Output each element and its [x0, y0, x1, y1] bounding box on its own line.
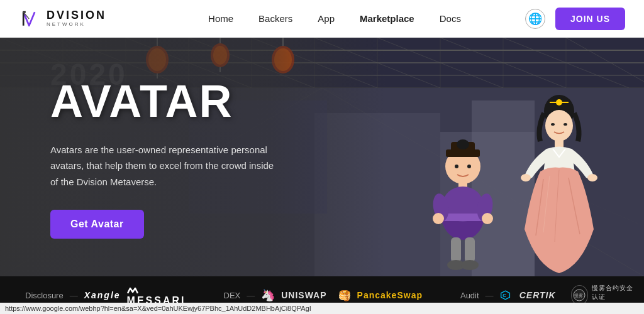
svg-point-69 [551, 123, 555, 126]
hero-description: Avatars are the user-owned representativ… [50, 142, 277, 190]
disclosure-dash: — [70, 291, 78, 300]
svg-point-51 [455, 165, 458, 168]
logo[interactable]: DVISION NETWORK [19, 8, 106, 30]
uniswap-brand: UNISWAP [281, 290, 326, 300]
logo-text: DVISION NETWORK [47, 9, 106, 28]
logo-icon [19, 8, 42, 30]
avatar-char-tall [512, 91, 606, 276]
svg-rect-61 [451, 237, 461, 263]
svg-point-59 [433, 213, 444, 224]
nav-right: 🌐 JOIN US [525, 8, 625, 30]
svg-point-68 [545, 110, 573, 141]
hero-section: 2020 AVATAR Avatars are the user-owned r… [0, 38, 644, 276]
svg-point-52 [467, 165, 471, 168]
nav-home[interactable]: Home [208, 13, 233, 24]
svg-point-60 [482, 213, 493, 224]
globe-icon: 🌐 [528, 12, 542, 26]
language-button[interactable]: 🌐 [525, 9, 545, 29]
hero-title: AVATAR [50, 75, 277, 127]
svg-rect-56 [443, 214, 482, 221]
certik-icon: C [500, 289, 511, 301]
url-bar: https://www.google.com/webhp?hl=en&sa=X&… [0, 303, 644, 314]
svg-point-50 [457, 139, 469, 149]
footer-dex: DEX — 🦄 UNISWAP 🥞 PancakeSwap [224, 288, 423, 302]
pancakeswap-brand: PancakeSwap [357, 290, 423, 300]
nav-docs[interactable]: Docs [440, 13, 461, 24]
nav-links: Home Backers App Marketplace Docs [144, 13, 525, 24]
audit-dash: — [486, 291, 494, 300]
svg-text:慢雾: 慢雾 [574, 293, 583, 298]
svg-point-70 [564, 123, 567, 126]
join-us-button[interactable]: JOIN US [555, 8, 625, 30]
slowmist-logo: 慢雾 [572, 288, 586, 302]
audit-label: Audit [460, 291, 479, 300]
disclosure-label: Disclosure [25, 291, 64, 300]
nav-backers[interactable]: Backers [258, 13, 292, 24]
avatar-characters [427, 91, 606, 276]
svg-text:C: C [502, 293, 506, 298]
logo-brand-sub: NETWORK [47, 22, 106, 28]
pancake-icon: 🥞 [338, 290, 351, 301]
dex-dash: — [247, 291, 255, 300]
nav-marketplace[interactable]: Marketplace [360, 13, 414, 24]
get-avatar-button[interactable]: Get Avatar [50, 210, 144, 239]
dex-label: DEX [224, 291, 241, 300]
certik-brand: CERTIK [519, 290, 556, 300]
uniswap-icon: 🦄 [261, 288, 275, 302]
xangle-brand: Xangle [84, 290, 121, 300]
svg-rect-62 [465, 237, 475, 263]
hero-text-block: AVATAR Avatars are the user-owned repres… [50, 75, 277, 239]
logo-brand-name: DVISION [47, 9, 106, 22]
navbar: DVISION NETWORK Home Backers App Marketp… [0, 0, 644, 38]
svg-point-72 [521, 174, 531, 181]
slowmist-cn-label: 慢雾合约安全认证 [592, 284, 639, 301]
nav-app[interactable]: App [318, 13, 335, 24]
avatar-char-short [427, 132, 499, 276]
url-text: https://www.google.com/webhp?hl=en&sa=X&… [5, 305, 311, 312]
svg-point-73 [587, 174, 597, 181]
svg-point-64 [461, 260, 479, 270]
